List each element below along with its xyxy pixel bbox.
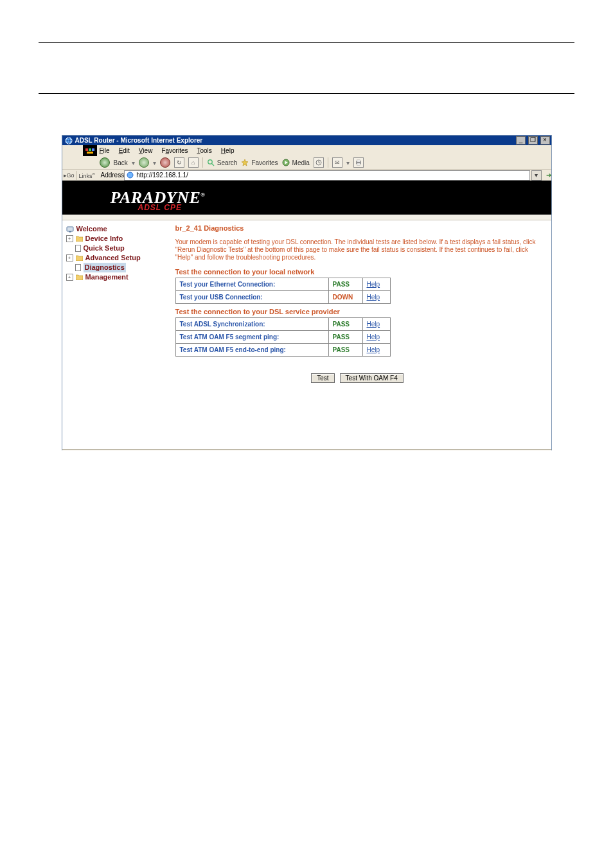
help-link[interactable]: Help xyxy=(367,281,380,288)
svg-rect-16 xyxy=(67,227,73,231)
diagnostics-table-local: Test your Ethernet Connection:PASSHelpTe… xyxy=(175,278,391,304)
minimize-button[interactable]: _ xyxy=(516,136,526,145)
back-label[interactable]: Back xyxy=(114,159,128,166)
address-bar: ▸Go Links» Address http://192.168.1.1/ ▾… xyxy=(62,169,551,181)
folder-icon xyxy=(76,236,83,242)
home-icon[interactable]: ⌂ xyxy=(188,157,199,168)
menu-file[interactable]: Filedocument.currentScript.previousEleme… xyxy=(100,147,110,154)
mail-icon[interactable]: ✉ xyxy=(332,157,342,168)
menu-tools[interactable]: Tools xyxy=(197,147,212,154)
window-title: ADSL Router - Microsoft Internet Explore… xyxy=(75,137,203,144)
window-titlebar: ADSL Router - Microsoft Internet Explore… xyxy=(62,136,551,145)
nav-device-info[interactable]: + Device Info xyxy=(65,234,168,244)
header-rule xyxy=(39,42,574,43)
nav-tree: Welcome + Device Info Quick Setup + Adva… xyxy=(62,220,170,449)
history-icon[interactable] xyxy=(314,157,324,168)
star-icon xyxy=(241,159,249,166)
print-icon[interactable] xyxy=(353,157,364,168)
throbber-icon xyxy=(83,145,97,156)
nav-quick-setup[interactable]: Quick Setup xyxy=(65,244,168,253)
help-link[interactable]: Help xyxy=(367,321,380,328)
address-dropdown-icon[interactable]: ▾ xyxy=(531,170,542,181)
content-paragraph: Your modem is capable of testing your DS… xyxy=(175,238,540,261)
brand-banner: PARADYNE® ADSL CPE xyxy=(62,181,551,215)
address-url: http://192.168.1.1/ xyxy=(136,172,188,179)
test-help-cell: Help xyxy=(362,278,390,291)
svg-rect-5 xyxy=(87,152,93,154)
go-button[interactable]: ▸Go xyxy=(64,172,75,179)
welcome-icon xyxy=(66,226,74,233)
table-row: Test ATM OAM F5 end-to-end ping:PASSHelp xyxy=(175,344,390,357)
help-link[interactable]: Help xyxy=(367,346,380,353)
svg-rect-13 xyxy=(357,160,360,162)
test-label: Test your Ethernet Connection: xyxy=(175,278,328,291)
ie-icon xyxy=(65,137,73,145)
test-status: PASS xyxy=(328,318,362,331)
section2-heading: Test the connection to your DSL service … xyxy=(175,308,540,315)
expand-icon[interactable]: + xyxy=(66,235,73,242)
test-button[interactable]: Test xyxy=(311,373,334,383)
svg-line-7 xyxy=(211,164,214,166)
address-input[interactable]: http://192.168.1.1/ xyxy=(124,170,529,181)
refresh-icon[interactable]: ↻ xyxy=(174,157,184,168)
menu-favorites[interactable]: Favorites xyxy=(161,147,188,154)
test-help-cell: Help xyxy=(362,331,390,344)
test-help-cell: Help xyxy=(362,318,390,331)
links-button[interactable]: Links» xyxy=(79,171,95,179)
test-label: Test ATM OAM F5 segment ping: xyxy=(175,331,328,344)
banner-divider xyxy=(62,215,551,220)
nav-diagnostics[interactable]: Diagnostics xyxy=(65,263,168,272)
go-arrow-icon[interactable]: ➔ xyxy=(546,172,551,179)
nav-welcome[interactable]: Welcome xyxy=(65,224,168,234)
test-help-cell: Help xyxy=(362,291,390,304)
nav-advanced-setup[interactable]: + Advanced Setup xyxy=(65,253,168,263)
svg-rect-4 xyxy=(92,148,94,151)
menu-edit[interactable]: Edit xyxy=(119,147,130,154)
ie-page-icon xyxy=(127,172,134,179)
back-icon[interactable] xyxy=(100,157,110,168)
close-button[interactable]: × xyxy=(540,136,550,145)
table-row: Test ADSL Synchronization:PASSHelp xyxy=(175,318,390,331)
stop-icon[interactable] xyxy=(160,157,170,168)
media-button[interactable]: Media xyxy=(282,159,310,166)
test-label: Test ATM OAM F5 end-to-end ping: xyxy=(175,344,328,357)
test-status: DOWN xyxy=(328,291,362,304)
forward-icon[interactable] xyxy=(139,157,149,168)
menu-help[interactable]: Help xyxy=(221,147,235,154)
content-area: br_2_41 Diagnostics Your modem is capabl… xyxy=(170,220,551,449)
document-icon xyxy=(75,264,81,271)
statusbar: Done Internet xyxy=(62,449,551,450)
menu-view[interactable]: View xyxy=(139,147,153,154)
svg-point-6 xyxy=(208,160,212,164)
svg-rect-17 xyxy=(69,231,71,233)
table-row: Test your Ethernet Connection:PASSHelp xyxy=(175,278,390,291)
table-row: Test your USB Connection:DOWNHelp xyxy=(175,291,390,304)
section-rule xyxy=(39,93,574,94)
svg-marker-8 xyxy=(242,159,248,166)
test-f4-button[interactable]: Test With OAM F4 xyxy=(340,373,404,383)
nav-management[interactable]: + Management xyxy=(65,272,168,282)
search-icon xyxy=(207,159,215,166)
test-status: PASS xyxy=(328,278,362,291)
svg-rect-2 xyxy=(85,148,88,151)
logo-subtext: ADSL CPE xyxy=(138,203,182,212)
svg-rect-3 xyxy=(89,148,91,151)
section1-heading: Test the connection to your local networ… xyxy=(175,268,540,276)
expand-icon[interactable]: + xyxy=(66,274,73,281)
help-link[interactable]: Help xyxy=(367,294,380,301)
document-icon xyxy=(75,245,81,252)
test-label: Test ADSL Synchronization: xyxy=(175,318,328,331)
restore-button[interactable]: ❐ xyxy=(528,136,538,145)
folder-icon xyxy=(76,255,83,261)
test-help-cell: Help xyxy=(362,344,390,357)
table-row: Test ATM OAM F5 segment ping:PASSHelp xyxy=(175,331,390,344)
expand-icon[interactable]: + xyxy=(66,254,73,261)
menubar: Filedocument.currentScript.previousEleme… xyxy=(62,145,551,156)
content-heading: br_2_41 Diagnostics xyxy=(175,224,540,232)
help-link[interactable]: Help xyxy=(367,333,380,341)
diagnostics-table-dsl: Test ADSL Synchronization:PASSHelpTest A… xyxy=(175,317,391,357)
favorites-button[interactable]: Favorites xyxy=(241,159,278,166)
folder-icon xyxy=(76,274,83,280)
search-button[interactable]: Search xyxy=(207,159,238,166)
svg-rect-14 xyxy=(357,163,360,165)
